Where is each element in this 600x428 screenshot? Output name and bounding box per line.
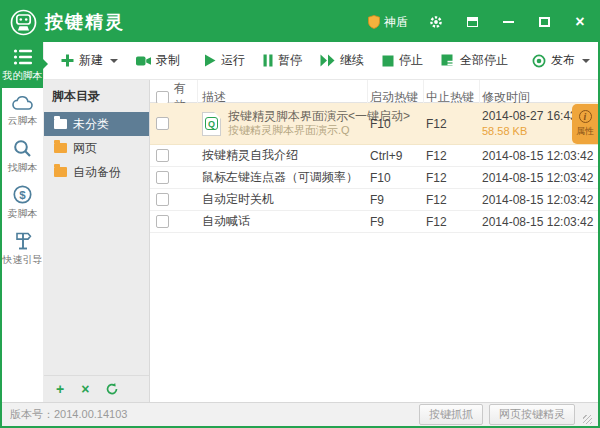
skin-icon[interactable]	[464, 14, 480, 30]
publish-button[interactable]: 发布	[523, 42, 599, 79]
row-checkbox[interactable]	[156, 149, 169, 162]
app-title: 按键精灵	[45, 10, 125, 34]
add-folder-icon[interactable]: +	[56, 382, 64, 396]
folder-icon	[54, 143, 67, 153]
sidebar-item-label: 我的脚本	[3, 69, 43, 83]
directory-item-auto-backup[interactable]: 自动备份	[44, 160, 149, 184]
modified-time: 2014-08-15 12:03:42	[480, 215, 598, 229]
stop-all-icon	[441, 54, 455, 67]
modified-time: 2014-08-15 12:03:42	[480, 193, 598, 207]
table-row[interactable]: 鼠标左键连点器（可调频率） F10 F12 2014-08-15 12:03:4…	[150, 167, 598, 189]
directory-title: 脚本目录	[44, 80, 149, 112]
stop-hotkey: F12	[424, 171, 480, 185]
user-badge[interactable]: 神盾	[368, 14, 408, 31]
sidebar-item-sell-scripts[interactable]: $ 卖脚本	[2, 180, 43, 226]
folder-icon	[54, 119, 67, 129]
directory-item-label: 未分类	[73, 116, 109, 133]
properties-tab[interactable]: i 属性	[572, 104, 598, 144]
select-all-checkbox[interactable]	[156, 91, 169, 104]
chevron-down-icon	[110, 59, 118, 63]
svg-text:$: $	[19, 189, 26, 201]
stop-hotkey: F12	[424, 149, 480, 163]
user-badge-label: 神盾	[384, 14, 408, 31]
directory-actions: + ×	[44, 375, 149, 402]
sidebar-item-label: 快速引导	[3, 253, 43, 267]
info-icon: i	[579, 110, 592, 123]
table-row[interactable]: Q 按键精灵脚本界面演示<一键启动> 按键精灵脚本界面演示.Q F10 F12 …	[150, 103, 598, 145]
record-button[interactable]: 录制	[127, 42, 189, 79]
camera-icon	[136, 55, 151, 67]
web-quickmacro-button[interactable]: 网页按键精灵	[489, 404, 575, 425]
start-hotkey: Ctrl+9	[368, 149, 424, 163]
table-header: 有效 描述 启动热键 中止热键 修改时间	[150, 80, 598, 103]
directory-item-uncategorized[interactable]: 未分类	[44, 112, 149, 136]
sidebar-item-quick-guide[interactable]: 快速引导	[2, 226, 43, 272]
start-hotkey: F10	[368, 117, 424, 131]
publish-icon	[532, 54, 546, 68]
titlebar: 按键精灵 神盾 ×	[2, 2, 598, 42]
version-label: 版本号：2014.00.14103	[10, 407, 127, 422]
maximize-icon[interactable]	[536, 14, 552, 30]
stop-icon	[382, 55, 394, 67]
minimize-icon[interactable]	[500, 14, 516, 30]
sidebar-item-label: 找脚本	[8, 161, 38, 175]
toolbar: 新建 录制 运行	[44, 42, 598, 80]
app-window: 按键精灵 神盾 ×	[0, 0, 600, 428]
q-script-file-icon: Q	[202, 112, 221, 136]
search-icon	[13, 139, 32, 158]
row-checkbox[interactable]	[156, 215, 169, 228]
table-row[interactable]: 按键精灵自我介绍 Ctrl+9 F12 2014-08-15 12:03:42	[150, 145, 598, 167]
table-row[interactable]: 自动定时关机 F9 F12 2014-08-15 12:03:42	[150, 189, 598, 211]
fast-forward-icon	[320, 54, 335, 67]
chevron-down-icon	[582, 59, 590, 63]
sidebar-item-label: 卖脚本	[8, 207, 38, 221]
sidebar: 我的脚本 云脚本 找脚本	[2, 42, 44, 402]
directory-item-label: 网页	[73, 140, 97, 157]
stop-button[interactable]: 停止	[373, 42, 432, 79]
sidebar-item-my-scripts[interactable]: 我的脚本	[2, 42, 43, 88]
row-checkbox[interactable]	[156, 193, 169, 206]
modified-time: 2014-08-15 12:03:42	[480, 149, 598, 163]
directory-item-label: 自动备份	[73, 164, 121, 181]
delete-folder-icon[interactable]: ×	[81, 382, 89, 396]
my-scripts-icon	[13, 48, 33, 66]
sidebar-item-find-scripts[interactable]: 找脚本	[2, 134, 43, 180]
folder-icon	[54, 167, 67, 177]
settings-gear-icon[interactable]	[428, 14, 444, 30]
directory-item-web[interactable]: 网页	[44, 136, 149, 160]
script-title: 按键精灵自我介绍	[198, 147, 368, 164]
script-title: 自动定时关机	[198, 191, 368, 208]
guide-icon	[13, 231, 33, 250]
cloud-icon	[12, 94, 34, 111]
new-script-button[interactable]: 新建	[52, 42, 127, 79]
stop-hotkey: F12	[424, 117, 480, 131]
script-table: 有效 描述 启动热键 中止热键 修改时间 Q	[150, 80, 598, 402]
resume-button[interactable]: 继续	[311, 42, 373, 79]
app-logo-robot-icon	[10, 9, 37, 36]
status-bar: 版本号：2014.00.14103 按键抓抓 网页按键精灵	[2, 402, 598, 426]
modified-time: 2014-08-15 12:03:42	[480, 171, 598, 185]
script-title: 按键精灵脚本界面演示<一键启动>	[228, 109, 368, 124]
refresh-icon[interactable]	[106, 383, 118, 395]
sidebar-item-cloud-scripts[interactable]: 云脚本	[2, 88, 43, 134]
sidebar-item-label: 云脚本	[8, 114, 38, 128]
script-title: 鼠标左键连点器（可调频率）	[198, 169, 368, 186]
plus-icon	[61, 54, 74, 67]
dollar-icon: $	[13, 185, 32, 204]
shield-icon	[368, 15, 380, 29]
table-row[interactable]: 自动喊话 F9 F12 2014-08-15 12:03:42	[150, 211, 598, 233]
start-hotkey: F9	[368, 193, 424, 207]
row-checkbox[interactable]	[156, 117, 169, 130]
play-icon	[204, 54, 216, 67]
row-checkbox[interactable]	[156, 171, 169, 184]
script-filename: 按键精灵脚本界面演示.Q	[228, 124, 368, 138]
resize-grip[interactable]	[583, 415, 592, 424]
stop-hotkey: F12	[424, 193, 480, 207]
close-icon[interactable]: ×	[572, 14, 588, 30]
stop-all-button[interactable]: 全部停止	[432, 42, 517, 79]
pause-button[interactable]: 暂停	[254, 42, 311, 79]
properties-label: 属性	[576, 125, 594, 138]
run-button[interactable]: 运行	[195, 42, 254, 79]
script-directory-panel: 脚本目录 未分类 网页 自动备份 +	[44, 80, 150, 402]
key-grabber-button[interactable]: 按键抓抓	[419, 404, 483, 425]
